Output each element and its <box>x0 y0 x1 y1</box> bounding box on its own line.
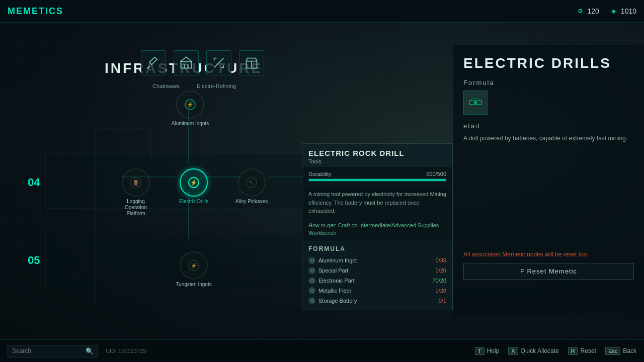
cat-weapons[interactable] <box>206 50 231 75</box>
tooltip-howto: How to get: Craft on Intermediate/Advanc… <box>302 219 452 241</box>
node-logging-platform[interactable]: 🪵 Logging Operation Platform <box>116 168 156 217</box>
node-circle-logging: 🪵 <box>122 168 150 197</box>
row-05-label: 05 <box>28 254 40 267</box>
uid-label: UID: 150023729 <box>106 348 146 354</box>
points-stat: ◈ 1010 <box>609 7 636 16</box>
ingredient-row-4: ⬡ Storage Battery 0/1 <box>308 296 446 306</box>
formula-icon-box <box>463 90 488 115</box>
key-help[interactable]: T <box>475 347 485 355</box>
label-help: Help <box>487 347 500 354</box>
durability-bar: Durability 500/500 <box>308 171 446 182</box>
bottom-left: 🔍 UID: 150023729 <box>8 345 146 357</box>
search-box[interactable]: 🔍 <box>8 345 98 357</box>
detail-text: A drill powered by batteries, capable of… <box>463 134 634 143</box>
ingredient-name-4: ⬡ Storage Battery <box>308 297 357 304</box>
ingredient-icon-2: ⬡ <box>308 277 315 284</box>
reset-memetic-button[interactable]: F Reset Memetic <box>463 263 634 280</box>
formula-label: Formula <box>463 79 634 86</box>
ingredient-row-3: ⬡ Metallic Fiber 1/20 <box>308 286 446 296</box>
ingredient-count-4: 0/1 <box>439 298 446 304</box>
ingredient-icon-4: ⬡ <box>308 297 315 304</box>
key-quick-allocate[interactable]: X <box>508 347 518 355</box>
node-circle-tungsten: ⚡ <box>180 251 208 280</box>
ingredient-count-2: 70/20 <box>432 278 446 284</box>
right-panel-title: ELECTRIC DRILLS <box>463 55 634 71</box>
ingredient-count-3: 1/20 <box>436 288 446 294</box>
durability-text: Durability <box>308 171 332 177</box>
ingredient-label-3: Metallic Fiber <box>318 288 351 294</box>
tooltip-popup: ELECTRIC ROCK DRILL Tools Durability 500… <box>302 143 453 310</box>
formula-section-title: FORMULA <box>308 245 446 252</box>
ingredient-name-0: ⬡ Aluminum Ingot <box>308 257 357 264</box>
shortcut-quick-allocate: X Quick Allocate <box>508 347 558 355</box>
points-icon: ◈ <box>609 7 618 16</box>
ingredient-label-4: Storage Battery <box>318 298 357 304</box>
meme-stat: ⚙ 120 <box>576 7 599 16</box>
ingredient-name-3: ⬡ Metallic Fiber <box>308 287 351 294</box>
node-circle-alloy: ⛏ <box>237 168 266 197</box>
right-panel: ELECTRIC DRILLS Formula etail A drill po… <box>453 45 644 317</box>
ingredient-icon-1: ⬡ <box>308 267 315 274</box>
node-tungsten-ingots[interactable]: ⚡ Tungsten Ingots <box>174 251 214 288</box>
ingredient-row-0: ⬡ Aluminum Ingot 0/35 <box>308 255 446 265</box>
tooltip-category: Tools <box>308 158 446 164</box>
tooltip-title: ELECTRIC ROCK DRILL <box>308 149 446 157</box>
node-label-electric: Electric Drills <box>179 199 208 205</box>
search-icon: 🔍 <box>86 347 94 355</box>
shortcut-help: T Help <box>475 347 499 355</box>
tooltip-header: ELECTRIC ROCK DRILL Tools <box>302 144 452 167</box>
bottom-bar: 🔍 UID: 150023729 T Help X Quick Allocate… <box>0 339 644 362</box>
node-circle-aluminum: ⚡ <box>176 90 204 119</box>
ingredient-name-1: ⬡ Special Part <box>308 267 348 274</box>
tooltip-desc: A mining tool powered by electricity for… <box>302 186 452 219</box>
svg-rect-25 <box>471 99 479 101</box>
ingredient-label-2: Electronic Part <box>318 278 355 284</box>
node-label-aluminum: Aluminum Ingots <box>172 121 209 127</box>
cat-structures[interactable] <box>174 50 199 75</box>
cat-misc[interactable] <box>239 50 264 75</box>
node-label-alloy: Alloy Pickaxes <box>235 199 268 205</box>
key-reset[interactable]: R <box>568 347 578 355</box>
detail-label: etail <box>463 122 634 130</box>
shortcut-back: Esc Back <box>605 347 636 355</box>
tooltip-formula: FORMULA ⬡ Aluminum Ingot 0/35 ⬡ Special … <box>302 241 452 310</box>
search-input[interactable] <box>12 347 83 354</box>
node-circle-electric: ⚡ <box>180 168 208 197</box>
reset-warning: All associated Memetic nodes will be res… <box>463 251 634 258</box>
label-back: Back <box>623 347 636 354</box>
key-back[interactable]: Esc <box>605 347 620 355</box>
durability-fill <box>309 179 446 181</box>
node-electric-drills[interactable]: ⚡ Electric Drills <box>174 168 214 205</box>
app-title: MEMETICS <box>8 6 63 17</box>
col-header-electro: Electro-Refining <box>196 83 236 89</box>
svg-rect-0 <box>181 62 192 68</box>
label-quick-allocate: Quick Allocate <box>521 347 559 354</box>
svg-text:⚡: ⚡ <box>187 101 194 108</box>
ingredient-icon-3: ⬡ <box>308 287 315 294</box>
ingredient-icon-0: ⬡ <box>308 257 315 264</box>
durability-value: 500/500 <box>426 171 446 177</box>
ingredient-name-2: ⬡ Electronic Part <box>308 277 355 284</box>
node-aluminum-ingots[interactable]: ⚡ Aluminum Ingots <box>170 90 210 127</box>
svg-point-26 <box>474 101 477 104</box>
node-alloy-pickaxes[interactable]: ⛏ Alloy Pickaxes <box>231 168 272 205</box>
ingredient-count-0: 0/35 <box>436 257 446 263</box>
svg-text:🪵: 🪵 <box>133 179 139 186</box>
label-reset: Reset <box>581 347 596 354</box>
meme-count: 120 <box>587 7 599 15</box>
ingredient-label-1: Special Part <box>318 267 348 274</box>
row-04-label: 04 <box>28 176 40 189</box>
ingredient-row-2: ⬡ Electronic Part 70/20 <box>308 276 446 286</box>
durability-label: Durability 500/500 <box>308 171 446 177</box>
node-label-logging: Logging Operation Platform <box>116 199 156 217</box>
category-row <box>141 50 264 75</box>
main-content: INFRASTRUCTURE 04 05 Chainsaws Electro-R… <box>0 23 644 339</box>
cat-tools[interactable] <box>141 50 166 75</box>
col-header-chainsaws: Chainsaws <box>146 83 186 89</box>
svg-text:⛏: ⛏ <box>249 180 254 186</box>
node-label-tungsten: Tungsten Ingots <box>176 282 211 288</box>
durability-track <box>308 178 446 182</box>
svg-text:⚡: ⚡ <box>190 179 197 186</box>
ingredient-count-1: 0/20 <box>436 267 446 274</box>
bottom-right: T Help X Quick Allocate R Reset Esc Back <box>475 347 636 355</box>
